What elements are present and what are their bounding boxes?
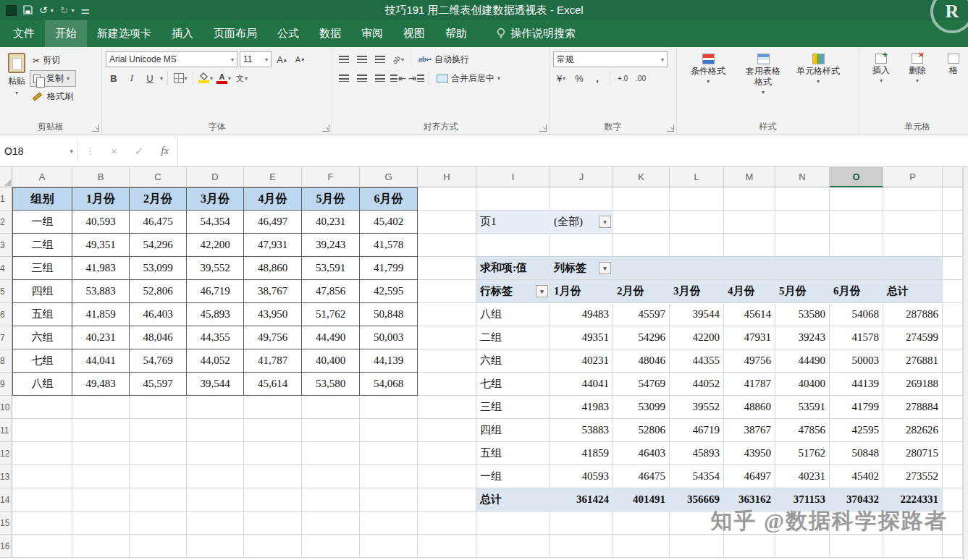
merge-center-button[interactable]: 合并后居中 ▾ xyxy=(434,71,503,86)
cell-K6[interactable]: 45597 xyxy=(613,303,670,326)
cell-B16[interactable] xyxy=(72,535,130,558)
cell-I13[interactable]: 一组 xyxy=(476,465,550,488)
cell-D4[interactable]: 39,552 xyxy=(187,257,244,280)
cell-E7[interactable]: 49,756 xyxy=(244,326,302,349)
tab-文件[interactable]: 文件 xyxy=(3,20,45,47)
delete-cells-button[interactable]: 删除 ▾ xyxy=(899,50,935,122)
format-as-table-button[interactable]: 套用表格格式 ▾ xyxy=(736,50,791,122)
cell-O12[interactable]: 50848 xyxy=(830,442,883,465)
customize-quick-access-icon[interactable]: ⚌ xyxy=(81,5,91,15)
cell-M13[interactable]: 46497 xyxy=(724,465,775,488)
cell-M9[interactable]: 41787 xyxy=(724,373,775,396)
cell-L8[interactable]: 44355 xyxy=(670,349,724,373)
align-middle-icon[interactable] xyxy=(354,51,370,67)
borders-button[interactable]: ▾ xyxy=(172,70,188,86)
undo-icon[interactable]: ↺ xyxy=(39,5,48,15)
cell-F5[interactable]: 47,856 xyxy=(302,280,360,303)
cell-M8[interactable]: 49756 xyxy=(724,349,775,373)
cell-I6[interactable]: 八组 xyxy=(476,303,550,326)
cell-B4[interactable]: 41,983 xyxy=(72,257,130,280)
decrease-decimal-button[interactable]: .00 xyxy=(633,70,649,86)
cell-G10[interactable] xyxy=(360,396,418,419)
cell-P6[interactable]: 287886 xyxy=(883,303,943,326)
cell-D13[interactable] xyxy=(187,465,244,488)
decrease-indent-icon[interactable]: ⇤ xyxy=(390,70,406,86)
column-header-H[interactable]: H xyxy=(418,167,476,187)
cell-K3[interactable] xyxy=(613,234,670,257)
cell-B8[interactable]: 44,041 xyxy=(72,349,130,373)
column-header-L[interactable]: L xyxy=(670,167,724,187)
cell-K9[interactable]: 54769 xyxy=(613,373,670,396)
phonetic-guide-button[interactable]: 文 ▾ xyxy=(234,70,250,86)
cell-G4[interactable]: 41,799 xyxy=(360,257,418,280)
bold-button[interactable]: B xyxy=(106,70,122,86)
accounting-format-button[interactable]: ¥▾ xyxy=(553,70,569,86)
underline-button[interactable]: U xyxy=(142,70,158,86)
cell-M5[interactable]: 4月份 xyxy=(724,280,775,303)
cell-I16[interactable] xyxy=(476,535,550,558)
cell-P7[interactable]: 274599 xyxy=(883,326,943,349)
cell-H8[interactable] xyxy=(418,349,476,373)
cell-P12[interactable]: 280715 xyxy=(883,442,943,465)
cell-J5[interactable]: 1月份 xyxy=(550,280,613,303)
cell-H9[interactable] xyxy=(418,373,476,396)
cell-M4[interactable] xyxy=(724,257,775,280)
cell-M10[interactable]: 48860 xyxy=(724,396,775,419)
cell-C14[interactable] xyxy=(130,488,187,512)
row-header-1[interactable]: 1 xyxy=(0,187,12,211)
cell-D12[interactable] xyxy=(187,442,244,465)
cell-H16[interactable] xyxy=(418,535,476,558)
cell-J4[interactable]: 列标签▾ xyxy=(550,257,613,280)
cell-L12[interactable]: 45893 xyxy=(670,442,724,465)
cell-K12[interactable]: 46403 xyxy=(613,442,670,465)
cell-P2[interactable] xyxy=(883,211,943,234)
cell-P5[interactable]: 总计 xyxy=(883,280,943,303)
cell-D3[interactable]: 42,200 xyxy=(187,234,244,257)
cell-H6[interactable] xyxy=(418,303,476,326)
cell-J16[interactable] xyxy=(550,535,613,558)
cell-M12[interactable]: 43950 xyxy=(724,442,775,465)
font-dialog-launcher[interactable]: ↘ xyxy=(322,124,329,132)
cell-L16[interactable] xyxy=(670,535,724,558)
cell-H3[interactable] xyxy=(418,234,476,257)
insert-function-icon[interactable]: fx xyxy=(152,145,177,157)
column-header-O[interactable]: O xyxy=(830,167,883,187)
column-header-A[interactable]: A xyxy=(12,167,72,187)
cell-G16[interactable] xyxy=(360,535,418,558)
redo-dropdown-icon[interactable]: ▾ xyxy=(71,7,74,14)
column-header-N[interactable]: N xyxy=(775,167,830,187)
save-icon[interactable] xyxy=(23,5,33,16)
cell-K1[interactable] xyxy=(613,187,670,211)
cell-Q5[interactable] xyxy=(943,280,963,303)
cell-G2[interactable]: 45,402 xyxy=(360,211,418,234)
increase-decimal-button[interactable]: +.0 xyxy=(615,70,631,86)
cell-O3[interactable] xyxy=(830,234,883,257)
cell-A8[interactable]: 七组 xyxy=(12,349,72,373)
cell-H15[interactable] xyxy=(418,512,476,535)
cell-H14[interactable] xyxy=(418,488,476,512)
cell-B10[interactable] xyxy=(72,396,130,419)
tab-视图[interactable]: 视图 xyxy=(393,20,435,47)
cell-M16[interactable] xyxy=(724,535,775,558)
font-name-select[interactable]: Arial Unicode MS ▾ xyxy=(106,51,237,67)
format-painter-button[interactable]: 格式刷 xyxy=(30,89,76,104)
cell-A6[interactable]: 五组 xyxy=(12,303,72,326)
cell-J15[interactable] xyxy=(550,512,613,535)
row-header-11[interactable]: 11 xyxy=(0,419,12,442)
conditional-formatting-button[interactable]: 条件格式 ▾ xyxy=(681,50,736,122)
cell-L6[interactable]: 39544 xyxy=(670,303,724,326)
row-header-14[interactable]: 14 xyxy=(0,488,12,512)
cell-Q4[interactable] xyxy=(943,257,963,280)
cell-Q11[interactable] xyxy=(943,419,963,442)
cell-Q10[interactable] xyxy=(943,396,963,419)
cell-O9[interactable]: 44139 xyxy=(830,373,883,396)
cell-E4[interactable]: 48,860 xyxy=(244,257,302,280)
cell-O6[interactable]: 54068 xyxy=(830,303,883,326)
cell-I2[interactable]: 页1 xyxy=(476,211,550,234)
chevron-down-icon[interactable]: ▾ xyxy=(160,75,163,82)
cell-P3[interactable] xyxy=(883,234,943,257)
cut-button[interactable]: ✂ 剪切 xyxy=(30,53,76,68)
align-center-icon[interactable] xyxy=(354,70,370,86)
excel-app-icon[interactable] xyxy=(6,5,17,16)
cell-A3[interactable]: 二组 xyxy=(12,234,72,257)
